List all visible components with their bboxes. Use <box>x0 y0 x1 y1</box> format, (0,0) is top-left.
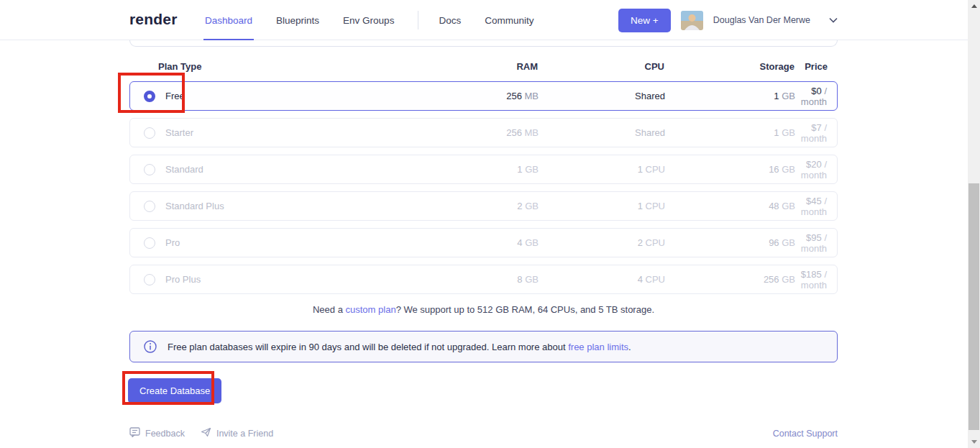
plan-row-pro[interactable]: Pro4 GB2 CPU96 GB$95 / month <box>129 228 838 257</box>
contact-support-link[interactable]: Contact Support <box>773 429 838 439</box>
storage-cell: 1 GB <box>665 127 795 138</box>
plan-name: Pro <box>165 237 180 248</box>
price-cell: $185 / month <box>795 269 837 291</box>
render-logo[interactable]: render <box>129 11 178 28</box>
header-storage: Storage <box>664 61 794 72</box>
radio-unselected[interactable] <box>144 237 155 249</box>
storage-cell: 1 GB <box>665 91 795 101</box>
free-plan-limits-link[interactable]: free plan limits <box>568 342 628 352</box>
plan-row-starter[interactable]: Starter256 MBShared1 GB$7 / month <box>129 118 838 147</box>
scrollbar-down-arrow[interactable] <box>968 436 980 448</box>
nav-divider <box>418 11 418 29</box>
info-icon <box>144 340 157 353</box>
nav-item-community[interactable]: Community <box>485 0 533 40</box>
price-cell: $7 / month <box>795 122 837 144</box>
header-ram: RAM <box>408 61 538 72</box>
scrollbar-up-arrow[interactable] <box>968 0 980 12</box>
header-price: Price <box>794 61 838 72</box>
plan-name: Free <box>165 91 185 101</box>
ram-cell: 4 GB <box>409 237 539 248</box>
render-dashboard-page: render Dashboard Blueprints Env Groups D… <box>0 0 980 448</box>
plan-row-standard-plus[interactable]: Standard Plus2 GB1 CPU48 GB$45 / month <box>129 191 838 221</box>
user-name[interactable]: Douglas Van Der Merwe <box>713 15 810 25</box>
nav-item-dashboard[interactable]: Dashboard <box>205 0 252 40</box>
radio-unselected[interactable] <box>144 201 155 212</box>
price-cell: $95 / month <box>795 232 837 254</box>
radio-unselected[interactable] <box>144 164 155 175</box>
nav-item-docs[interactable]: Docs <box>439 0 461 40</box>
invite-friend-button[interactable]: Invite a Friend <box>201 427 273 439</box>
invite-friend-label: Invite a Friend <box>216 429 273 439</box>
paper-plane-icon <box>201 427 211 439</box>
plan-cell: Starter <box>130 127 409 139</box>
radio-unselected[interactable] <box>144 274 155 285</box>
nav-right: New + Douglas Van Der Merwe <box>618 0 838 40</box>
vertical-scrollbar[interactable] <box>968 0 980 448</box>
storage-cell: 256 GB <box>665 274 795 285</box>
plan-name: Starter <box>165 127 193 138</box>
free-plan-info-banner: Free plan databases will expire in 90 da… <box>129 331 838 362</box>
custom-plan-note: Need a custom plan? We support up to 512… <box>129 304 838 315</box>
cpu-cell: Shared <box>539 91 665 101</box>
plan-name: Standard Plus <box>165 201 224 211</box>
create-database-button[interactable]: Create Database <box>128 378 221 403</box>
scrollbar-thumb[interactable] <box>968 183 979 430</box>
price-cell: $20 / month <box>795 159 837 180</box>
custom-plan-pre: Need a <box>313 304 346 315</box>
plan-cell: Pro <box>130 237 409 249</box>
storage-cell: 16 GB <box>665 164 795 175</box>
storage-cell: 96 GB <box>665 237 795 248</box>
cpu-cell: 4 CPU <box>539 274 665 285</box>
plan-cell: Free <box>130 91 409 102</box>
ram-cell: 256 MB <box>409 91 539 101</box>
header-plan-type: Plan Type <box>129 61 408 72</box>
nav-links: Dashboard Blueprints Env Groups Docs Com… <box>205 0 557 40</box>
scrolled-card-bottom-edge <box>129 40 838 47</box>
price-cell: $0 / month <box>795 86 837 107</box>
top-nav: render Dashboard Blueprints Env Groups D… <box>0 0 980 40</box>
ram-cell: 8 GB <box>409 274 539 285</box>
feedback-button[interactable]: Feedback <box>129 427 185 439</box>
ram-cell: 2 GB <box>409 201 539 211</box>
new-button[interactable]: New + <box>618 9 671 32</box>
user-avatar[interactable] <box>681 11 703 30</box>
plan-cell: Pro Plus <box>130 274 409 285</box>
plan-row-pro-plus[interactable]: Pro Plus8 GB4 CPU256 GB$185 / month <box>129 265 838 294</box>
radio-unselected[interactable] <box>144 127 155 139</box>
plan-row-free[interactable]: Free256 MBShared1 GB$0 / month <box>129 81 838 111</box>
chevron-down-icon[interactable] <box>829 17 838 23</box>
nav-item-env-groups[interactable]: Env Groups <box>343 0 394 40</box>
ram-cell: 256 MB <box>409 127 539 138</box>
header-cpu: CPU <box>538 61 664 72</box>
feedback-icon <box>129 427 140 439</box>
custom-plan-link[interactable]: custom plan <box>346 304 396 315</box>
page-footer: Feedback Invite a Friend Contact Support <box>129 427 838 439</box>
cpu-cell: 1 CPU <box>539 201 665 211</box>
storage-cell: 48 GB <box>665 201 795 211</box>
plan-table-body: Free256 MBShared1 GB$0 / monthStarter256… <box>129 81 838 294</box>
radio-selected[interactable] <box>144 91 155 102</box>
nav-item-blueprints[interactable]: Blueprints <box>276 0 319 40</box>
plan-cell: Standard <box>130 164 409 175</box>
plan-name: Pro Plus <box>165 274 201 285</box>
feedback-label: Feedback <box>145 429 185 439</box>
cpu-cell: Shared <box>539 127 665 138</box>
banner-text: Free plan databases will expire in 90 da… <box>168 342 631 352</box>
main-content: Plan Type RAM CPU Storage Price Free256 … <box>129 40 838 439</box>
custom-plan-post: ? We support up to 512 GB RAM, 64 CPUs, … <box>396 304 654 315</box>
price-cell: $45 / month <box>795 196 837 217</box>
cpu-cell: 2 CPU <box>539 237 665 248</box>
cpu-cell: 1 CPU <box>539 164 665 175</box>
plan-name: Standard <box>165 164 203 175</box>
ram-cell: 1 GB <box>409 164 539 175</box>
plan-table-header: Plan Type RAM CPU Storage Price <box>129 61 838 81</box>
plan-row-standard[interactable]: Standard1 GB1 CPU16 GB$20 / month <box>129 155 838 184</box>
plan-cell: Standard Plus <box>130 201 409 212</box>
